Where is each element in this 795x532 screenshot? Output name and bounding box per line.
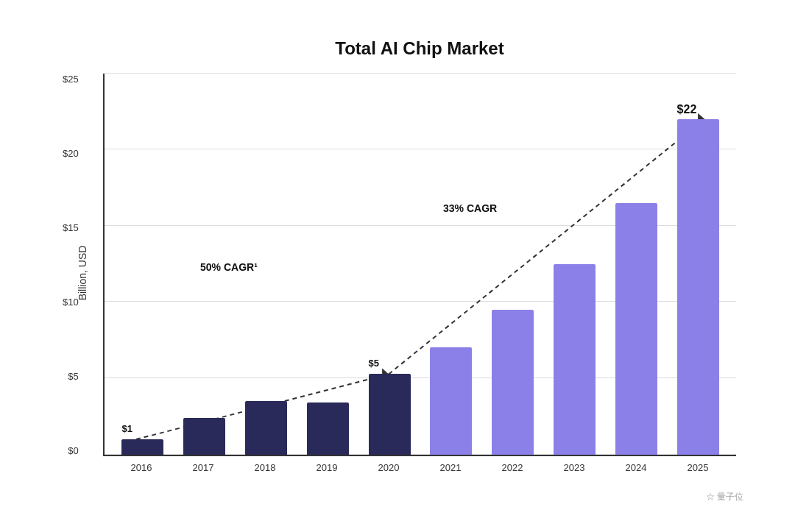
bar-2021 [430, 347, 472, 454]
x-label-2020: 2020 [358, 462, 420, 473]
x-label-2025: 2025 [667, 462, 729, 473]
bar-2024 [615, 203, 657, 455]
chart-area: $1$5$22 50% CAGR¹ 33% CAGR [103, 74, 736, 456]
bar-label-2016: $1 [121, 423, 132, 434]
chart-title: Total AI Chip Market [103, 38, 736, 59]
bar-2019 [307, 402, 349, 454]
bar-label-2025: $22 [677, 103, 697, 116]
chart-container: Total AI Chip Market Billion, USD [44, 24, 751, 509]
bar-group-2023 [544, 74, 606, 455]
x-label-2018: 2018 [234, 462, 296, 473]
y-tick-3: $15 [63, 222, 79, 233]
x-label-2021: 2021 [420, 462, 481, 473]
bar-group-2025: $22 [667, 74, 729, 455]
x-labels: 2016201720182019202020212022202320242025 [103, 462, 736, 473]
y-tick-1: $5 [63, 371, 79, 382]
bar-2016: $1 [121, 439, 163, 455]
bar-2018 [245, 401, 287, 455]
y-tick-5: $25 [63, 74, 79, 85]
bar-2020: $5 [369, 374, 411, 455]
bar-2023 [554, 264, 596, 455]
bar-group-2024 [605, 74, 667, 455]
bars-container: $1$5$22 [105, 74, 736, 455]
bar-label-2020: $5 [369, 358, 379, 369]
x-label-2023: 2023 [543, 462, 605, 473]
x-label-2017: 2017 [172, 462, 234, 473]
bar-group-2016: $1 [112, 74, 174, 455]
bar-2022 [492, 310, 534, 455]
y-tick-2: $10 [63, 297, 79, 308]
x-label-2022: 2022 [481, 462, 543, 473]
bar-group-2022 [482, 74, 544, 455]
bar-2025: $22 [677, 119, 719, 455]
x-label-2024: 2024 [605, 462, 667, 473]
bar-group-2021 [420, 74, 482, 455]
cagr-annotation-2: 33% CAGR [443, 202, 497, 214]
bar-group-2019 [297, 74, 358, 455]
bar-group-2020: $5 [358, 74, 420, 455]
y-tick-0: $0 [63, 445, 79, 456]
bar-2017 [183, 418, 225, 455]
cagr-annotation-1: 50% CAGR¹ [200, 261, 258, 273]
x-label-2019: 2019 [296, 462, 358, 473]
y-axis-label: Billion, USD [77, 246, 88, 301]
y-tick-labels: $0$5$10$15$20$25 [63, 74, 79, 456]
x-label-2016: 2016 [110, 462, 172, 473]
watermark: ☆ 量子位 [706, 491, 743, 503]
y-tick-4: $20 [63, 148, 79, 159]
